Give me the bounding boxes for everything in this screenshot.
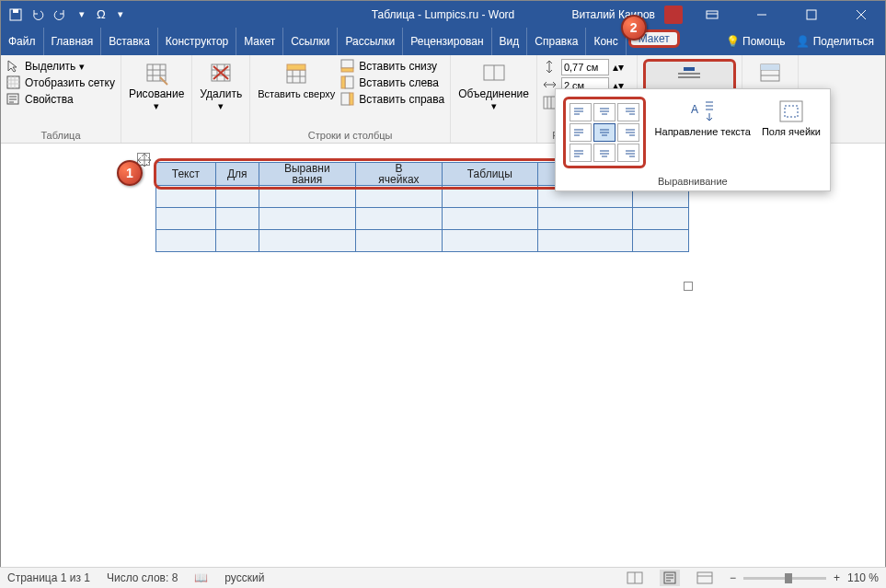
svg-rect-20	[678, 76, 700, 78]
user-avatar[interactable]	[664, 6, 683, 24]
tab-file[interactable]: Файл	[1, 28, 44, 55]
status-spellcheck-icon[interactable]: 📖	[194, 571, 208, 584]
align-bot-left[interactable]	[570, 144, 592, 162]
callout-badge-2: 2	[621, 15, 647, 40]
group-label-rows-cols: Строки и столбцы	[256, 128, 444, 143]
draw-button[interactable]: Рисование▾	[127, 59, 186, 113]
properties-button[interactable]: Свойства	[6, 92, 115, 107]
delete-button[interactable]: Удалить▾	[198, 59, 244, 113]
table-header-cell[interactable]: Таблицы	[442, 163, 537, 186]
status-bar: Страница 1 из 1 Число слов: 8 📖 русский …	[0, 567, 886, 588]
svg-rect-25	[785, 106, 798, 117]
svg-rect-22	[761, 64, 779, 70]
align-mid-left[interactable]	[570, 123, 592, 142]
svg-rect-3	[807, 10, 816, 19]
status-language[interactable]: русский	[224, 571, 264, 584]
insert-below-button[interactable]: Вставить снизу	[340, 59, 444, 74]
document-area: 1 Текст Для Выравнивания Вячейках Таблиц…	[1, 144, 885, 566]
save-icon[interactable]	[8, 7, 23, 22]
svg-rect-19	[678, 73, 700, 75]
svg-rect-15	[350, 93, 353, 105]
tab-help[interactable]: Справка	[527, 28, 586, 55]
dropdown-group-label: Выравнивание	[559, 172, 826, 187]
show-grid-button[interactable]: Отобразить сетку	[6, 75, 115, 90]
tab-table-tools[interactable]: Конс	[586, 28, 626, 55]
table-header-cell[interactable]: Для	[215, 163, 259, 186]
document-title: Таблица - Lumpics.ru - Word	[372, 8, 515, 21]
group-draw: Рисование▾	[121, 55, 192, 143]
select-button[interactable]: Выделить ▾	[6, 59, 115, 74]
svg-rect-13	[341, 76, 345, 88]
group-table: Выделить ▾ Отобразить сетку Свойства Таб…	[1, 55, 121, 143]
align-top-center[interactable]	[593, 103, 616, 121]
undo-icon[interactable]	[30, 7, 45, 22]
group-rows-cols: Вставить сверху Вставить снизу Вставить …	[250, 55, 451, 143]
redo-icon[interactable]	[52, 7, 67, 22]
ribbon-options-icon[interactable]	[692, 1, 732, 28]
insert-right-button[interactable]: Вставить справа	[340, 92, 444, 107]
table-row	[156, 208, 689, 230]
svg-rect-6	[147, 64, 166, 81]
svg-rect-10	[341, 60, 353, 68]
table-header-cell[interactable]: Вячейках	[355, 163, 442, 186]
tab-insert[interactable]: Вставка	[101, 28, 158, 55]
status-words[interactable]: Число слов: 8	[107, 571, 178, 584]
table-header-cell[interactable]: Выравнивания	[259, 163, 355, 186]
view-print-icon[interactable]	[660, 570, 680, 586]
view-read-icon[interactable]	[627, 571, 643, 584]
view-web-icon[interactable]	[696, 571, 713, 584]
svg-rect-28	[697, 572, 712, 583]
svg-rect-18	[684, 67, 695, 71]
align-top-right[interactable]	[617, 103, 639, 121]
tab-constructor[interactable]: Конструктор	[158, 28, 236, 55]
svg-rect-1	[13, 9, 18, 13]
callout-badge-1: 1	[117, 160, 143, 186]
status-page[interactable]: Страница 1 из 1	[7, 571, 90, 584]
alignment-grid	[563, 97, 646, 168]
maximize-button[interactable]	[791, 1, 832, 28]
insert-left-button[interactable]: Вставить слева	[340, 75, 444, 90]
zoom-level[interactable]: 110 %	[847, 571, 879, 584]
tab-review[interactable]: Рецензирован	[403, 28, 491, 55]
tab-view[interactable]: Вид	[492, 28, 528, 55]
merge-button[interactable]: Объединение▾	[456, 59, 531, 113]
svg-rect-11	[341, 68, 353, 72]
align-mid-right[interactable]	[617, 123, 639, 142]
qat-omega-icon[interactable]: Ω	[97, 7, 106, 21]
qat-custom-icon[interactable]: ▾	[113, 7, 128, 22]
svg-rect-2	[707, 11, 718, 18]
text-direction-button[interactable]: A Направление текста	[653, 97, 753, 139]
ribbon-tabs: Файл Главная Вставка Конструктор Макет С…	[1, 28, 885, 55]
align-mid-center[interactable]	[593, 123, 616, 142]
minimize-button[interactable]	[742, 1, 782, 28]
table-header-cell[interactable]: Текст	[156, 163, 216, 186]
align-bot-right[interactable]	[617, 144, 639, 162]
tell-me[interactable]: 💡 Помощь	[726, 35, 786, 48]
align-top-left[interactable]	[570, 103, 592, 121]
svg-rect-9	[287, 64, 305, 70]
close-button[interactable]	[841, 1, 881, 28]
tab-mailings[interactable]: Рассылки	[338, 28, 403, 55]
tab-layout[interactable]: Макет	[236, 28, 283, 55]
align-bot-center[interactable]	[593, 144, 616, 162]
group-delete: Удалить▾	[192, 55, 250, 143]
zoom-slider[interactable]	[743, 577, 826, 580]
qat-more-icon[interactable]: ▾	[75, 7, 89, 22]
svg-rect-4	[7, 76, 19, 88]
group-merge: Объединение▾	[451, 55, 537, 143]
zoom-in-button[interactable]: +	[834, 571, 840, 584]
tab-home[interactable]: Главная	[44, 28, 102, 55]
cell-margins-button[interactable]: Поля ячейки	[760, 97, 823, 139]
svg-rect-12	[345, 76, 353, 88]
table-row	[156, 230, 689, 252]
tab-references[interactable]: Ссылки	[283, 28, 338, 55]
svg-text:A: A	[691, 103, 698, 116]
zoom-out-button[interactable]: −	[730, 571, 736, 584]
share-button[interactable]: 👤 Поделиться	[796, 35, 874, 48]
svg-rect-24	[780, 101, 802, 121]
alignment-dropdown: A Направление текста Поля ячейки Выравни…	[555, 88, 831, 191]
group-label-table: Таблица	[6, 128, 115, 143]
row-height-field[interactable]: ▴▾	[543, 59, 631, 75]
table-resize-handle[interactable]	[684, 282, 693, 291]
insert-above-button[interactable]: Вставить сверху	[256, 59, 337, 101]
